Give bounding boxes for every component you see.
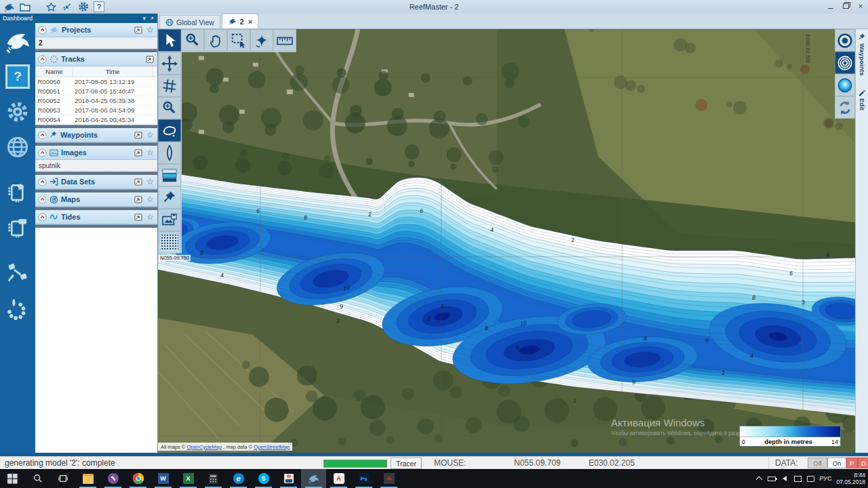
track-row[interactable]: R000522018-04-25 05:39:38 (36, 96, 157, 106)
add-image-button[interactable] (134, 148, 143, 157)
map-viewport[interactable]: N055.09.750 E030.02.500 6826428410928610… (158, 29, 855, 453)
photoshop-icon[interactable]: Ps (351, 469, 376, 488)
collapse-icon[interactable] (38, 131, 47, 140)
tab-map-2[interactable]: 2 × (222, 14, 258, 28)
edit-panel-tab[interactable]: Edit (858, 85, 866, 113)
add-waypoint-button[interactable] (134, 131, 143, 140)
restore-button[interactable] (841, 1, 850, 11)
waypoints-panel-tab[interactable]: Waypoints (858, 30, 866, 79)
section-projects-header[interactable]: Projects ☆ (35, 23, 157, 37)
vessel-view-button[interactable] (158, 142, 181, 164)
track-row[interactable]: R000542018-04-26 00:45:34 (36, 115, 157, 125)
satellite-icon[interactable] (4, 260, 31, 286)
gps-signal-icon[interactable] (61, 1, 73, 12)
select-tool-button[interactable] (158, 29, 181, 52)
help-button[interactable]: ? (94, 1, 104, 12)
section-tracks-header[interactable]: Tracks (35, 52, 157, 66)
battery-icon[interactable] (768, 474, 776, 483)
collapse-icon[interactable] (38, 213, 47, 222)
viber-icon[interactable] (100, 469, 125, 488)
track-row[interactable]: R000502017-08-05 13:12:19 (36, 77, 157, 87)
data-p-button[interactable]: P (846, 458, 858, 468)
favorite-star-button[interactable]: ☆ (146, 148, 155, 157)
track-name[interactable]: R00053 (36, 106, 73, 115)
collapse-icon[interactable] (38, 55, 47, 64)
close-button[interactable]: × (856, 1, 865, 11)
start-button[interactable] (0, 469, 25, 488)
favorite-star-button[interactable]: ☆ (146, 195, 155, 204)
track-name[interactable]: R00050 (36, 77, 73, 87)
data-on-button[interactable]: On (827, 458, 846, 468)
add-tide-button[interactable] (134, 213, 143, 222)
map-extent-button[interactable] (158, 119, 181, 142)
add-project-button[interactable] (134, 26, 143, 35)
add-dataset-button[interactable] (134, 178, 143, 186)
excel-icon[interactable]: X (176, 469, 201, 488)
favorites-star-icon[interactable] (45, 1, 57, 12)
add-track-button[interactable] (146, 55, 155, 64)
tracer-button[interactable]: Tracer (391, 458, 422, 469)
move-map-tool-button[interactable] (158, 52, 181, 75)
track-name[interactable]: R00051 (36, 87, 73, 96)
word-icon[interactable]: W (151, 469, 176, 488)
taskbar-search-icon[interactable] (25, 469, 50, 488)
track-row[interactable]: R000512017-08-05 15:40:47 (36, 87, 157, 96)
section-maps-header[interactable]: Maps ☆ (35, 192, 157, 207)
globe-icon[interactable] (4, 134, 31, 160)
section-images-header[interactable]: Images ☆ (35, 146, 157, 160)
calculator-icon[interactable] (201, 469, 226, 488)
edge-icon[interactable]: e (226, 469, 251, 488)
file-library-icon[interactable] (4, 216, 31, 241)
rectangle-select-tool-button[interactable] (227, 29, 250, 52)
column-time[interactable]: Time (73, 66, 153, 77)
measure-tool-button[interactable] (273, 29, 296, 52)
opencyclemap-link[interactable]: OpenCycleMap (186, 444, 222, 450)
track-time[interactable]: 2018-04-25 05:39:38 (73, 96, 153, 106)
settings-gear-icon[interactable] (4, 99, 31, 125)
track-row[interactable]: R000532017-08-06 04:54:09 (36, 106, 157, 115)
acrobat-icon[interactable]: A (326, 469, 351, 488)
section-datasets-header[interactable]: Data Sets ☆ (35, 175, 157, 189)
track-name[interactable]: R00054 (36, 115, 73, 125)
favorite-star-button[interactable]: ☆ (146, 213, 155, 222)
notifications-icon[interactable] (806, 474, 814, 483)
settings-gear-icon[interactable] (77, 1, 90, 12)
help-panel-icon[interactable]: ? (4, 64, 31, 89)
project-item[interactable]: 2 (35, 37, 157, 49)
target-mode-button[interactable] (835, 29, 855, 52)
column-name[interactable]: Name (36, 66, 73, 77)
track-name[interactable]: R00052 (36, 96, 73, 106)
track-time[interactable]: 2018-04-26 00:45:34 (73, 115, 153, 125)
contours-mode-button[interactable] (835, 52, 855, 74)
tab-close-button[interactable]: × (248, 18, 252, 26)
panel-pin-button[interactable] (150, 16, 155, 22)
track-time[interactable]: 2017-08-05 13:12:19 (73, 77, 153, 87)
image-item[interactable]: sputnik (35, 160, 157, 171)
skype-icon[interactable]: S (251, 469, 276, 488)
reefmaster-taskbar-icon[interactable] (301, 469, 326, 488)
openstreetmap-link[interactable]: OpenStreetMap (254, 444, 290, 450)
favorite-star-button[interactable]: ☆ (146, 178, 155, 186)
add-map-button[interactable] (134, 195, 143, 204)
favorite-star-button[interactable]: ☆ (146, 26, 155, 35)
chrome-icon[interactable] (125, 469, 151, 488)
file-explorer-icon[interactable] (75, 469, 100, 488)
refresh-model-button[interactable] (835, 96, 855, 119)
reefmaster-logo-icon[interactable] (4, 28, 31, 54)
panel-collapse-button[interactable]: ▾ (142, 16, 146, 22)
grid-toggle-button[interactable] (158, 75, 181, 97)
tray-expand-icon[interactable] (755, 474, 763, 483)
tab-global-view[interactable]: Global View (159, 15, 220, 28)
waypoint-tool-button[interactable] (158, 186, 181, 209)
collapse-icon[interactable] (38, 195, 47, 204)
volume-icon[interactable] (781, 474, 789, 483)
collapse-icon[interactable] (38, 26, 47, 35)
depth-shading-button[interactable] (158, 164, 181, 186)
language-indicator[interactable]: РУС (819, 475, 831, 482)
trace-tool-button[interactable] (250, 29, 273, 52)
zoom-region-button[interactable] (158, 97, 181, 119)
open-folder-icon[interactable] (19, 1, 31, 12)
collapse-icon[interactable] (38, 148, 47, 157)
autocad-icon[interactable]: A (376, 469, 401, 488)
export-image-button[interactable] (158, 209, 181, 231)
